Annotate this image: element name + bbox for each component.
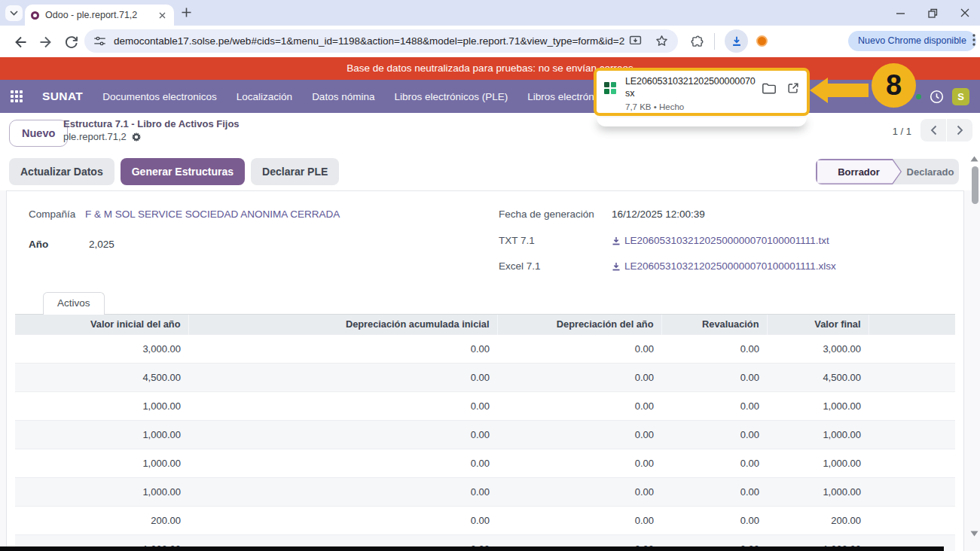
table-cell[interactable]: 0.00 — [497, 363, 661, 391]
table-cell[interactable]: 0.00 — [497, 391, 661, 420]
nav-item-documentos[interactable]: Documentos electronicos — [102, 91, 217, 102]
chrome-update-pill[interactable]: Nuevo Chrome disponible — [848, 31, 976, 51]
table-cell[interactable]: 0.00 — [661, 391, 767, 420]
table-cell[interactable]: 0.00 — [661, 334, 767, 363]
table-cell[interactable]: 4,500.00 — [15, 363, 188, 391]
table-cell[interactable]: 0.00 — [188, 506, 497, 534]
table-cell[interactable]: 0.00 — [188, 477, 497, 506]
table-cell[interactable]: 4,500.00 — [767, 363, 869, 391]
generation-date-value[interactable]: 16/12/2025 12:00:39 — [612, 209, 705, 220]
table-cell[interactable]: 0.00 — [497, 334, 661, 363]
breadcrumb-parent-link[interactable]: Estructura 7.1 - Libro de Activos Fijos — [63, 118, 240, 129]
restore-button[interactable] — [928, 8, 938, 18]
table-cell[interactable]: 3,000.00 — [767, 334, 869, 363]
header-valor-inicial[interactable]: Valor inicial del año — [15, 315, 188, 334]
table-cell[interactable]: 1,000.00 — [767, 477, 869, 506]
header-depreciacion-acumulada[interactable]: Depreciación acumulada inicial — [188, 315, 497, 334]
table-cell[interactable]: 0.00 — [661, 449, 767, 477]
test-database-banner: Base de datos neutralizada para pruebas:… — [0, 57, 980, 80]
nav-item-datos-nomina[interactable]: Datos nómina — [312, 91, 374, 102]
table-cell[interactable]: 1,000.00 — [15, 420, 188, 449]
scrollbar-thumb[interactable] — [972, 166, 978, 204]
new-record-button[interactable]: Nuevo — [9, 120, 68, 147]
header-valor-final[interactable]: Valor final — [767, 315, 869, 334]
close-window-button[interactable] — [960, 8, 969, 17]
table-cell[interactable]: 0.00 — [497, 477, 661, 506]
app-brand[interactable]: SUNAT — [42, 90, 83, 103]
show-in-folder-icon[interactable] — [762, 81, 777, 95]
table-cell[interactable]: 0.00 — [188, 391, 497, 420]
actualizar-datos-button[interactable]: Actualizar Datos — [9, 158, 114, 185]
header-revaluacion[interactable]: Revaluación — [661, 315, 767, 334]
table-row[interactable]: 1,000.000.000.000.001,000.00 — [15, 420, 955, 449]
forward-icon[interactable] — [38, 34, 54, 50]
back-icon[interactable] — [12, 34, 29, 50]
tab-search-button[interactable] — [5, 5, 23, 21]
generar-estructuras-button[interactable]: Generar Estructuras — [121, 158, 245, 185]
txt-download-link[interactable]: LE20605310321202500000070100001111.txt — [612, 235, 829, 246]
table-row[interactable]: 200.000.000.000.00200.00 — [15, 506, 955, 534]
scrollbar-up-icon[interactable] — [970, 156, 978, 162]
nav-item-libros-ple[interactable]: Libros electrónicos (PLE) — [394, 91, 508, 102]
table-cell[interactable]: 0.00 — [661, 420, 767, 449]
table-cell[interactable]: 0.00 — [188, 334, 497, 363]
extensions-icon[interactable] — [690, 35, 704, 49]
activities-clock-icon[interactable] — [930, 90, 944, 104]
company-value-link[interactable]: F & M SOL SERVICE SOCIEDAD ANONIMA CERRA… — [85, 209, 340, 220]
pager-next-icon[interactable] — [947, 119, 972, 142]
header-depreciacion-ano[interactable]: Depreciación del año — [497, 315, 661, 334]
status-declarado[interactable]: Declarado — [902, 159, 959, 184]
tab-activos[interactable]: Activos — [43, 292, 105, 315]
table-cell[interactable]: 1,000.00 — [767, 449, 869, 477]
table-cell[interactable]: 1,000.00 — [15, 477, 188, 506]
table-row[interactable]: 1,000.000.000.000.001,000.00 — [15, 449, 955, 477]
nav-item-localizacion[interactable]: Localización — [237, 91, 292, 102]
install-app-icon[interactable] — [628, 34, 643, 48]
url-bar[interactable]: democontable17.solse.pe/web#cids=1&menu_… — [84, 29, 678, 53]
year-value[interactable]: 2,025 — [89, 239, 114, 250]
table-row[interactable]: 1,000.000.000.000.001,000.00 — [15, 477, 955, 506]
table-cell[interactable]: 1,000.00 — [767, 420, 869, 449]
extension-badge-icon[interactable] — [756, 35, 768, 47]
table-row[interactable]: 4,500.000.000.000.004,500.00 — [15, 363, 955, 391]
table-cell[interactable]: 0.00 — [188, 449, 497, 477]
table-cell[interactable]: 1,000.00 — [767, 391, 869, 420]
site-settings-icon[interactable] — [93, 35, 106, 47]
table-cell[interactable]: 200.00 — [15, 506, 188, 534]
downloads-button[interactable] — [725, 29, 748, 53]
table-cell[interactable]: 0.00 — [497, 449, 661, 477]
bookmark-star-icon[interactable] — [655, 34, 669, 48]
download-bubble[interactable]: LE20605310321202500000070 sx 7,7 KB • He… — [594, 68, 810, 116]
pager-count[interactable]: 1 / 1 — [872, 126, 911, 137]
table-cell[interactable]: 0.00 — [661, 477, 767, 506]
table-cell[interactable]: 0.00 — [497, 506, 661, 534]
apps-grid-icon[interactable] — [11, 90, 23, 102]
table-cell[interactable]: 0.00 — [188, 420, 497, 449]
table-cell[interactable]: 0.00 — [661, 363, 767, 391]
user-avatar[interactable]: S — [952, 88, 969, 105]
minimize-button[interactable] — [896, 8, 905, 18]
table-cell[interactable]: 0.00 — [661, 506, 767, 534]
status-borrador[interactable]: Borrador — [816, 159, 902, 184]
table-cell[interactable]: 200.00 — [767, 506, 869, 534]
tab-close-icon[interactable] — [156, 9, 168, 21]
reload-icon[interactable] — [63, 34, 80, 50]
table-cell[interactable]: 0.00 — [497, 420, 661, 449]
table-cell[interactable]: 1,000.00 — [15, 449, 188, 477]
table-cell[interactable]: 1,000.00 — [15, 391, 188, 420]
url-text[interactable]: democontable17.solse.pe/web#cids=1&menu_… — [114, 35, 628, 47]
new-tab-button[interactable] — [181, 7, 194, 20]
declarar-ple-button[interactable]: Declarar PLE — [251, 158, 339, 185]
open-in-new-icon[interactable] — [786, 81, 800, 95]
table-row[interactable]: 3,000.000.000.000.003,000.00 — [15, 334, 955, 363]
gear-icon[interactable] — [131, 132, 142, 142]
table-cell[interactable]: 0.00 — [188, 363, 497, 391]
pager-previous-icon[interactable] — [920, 119, 946, 142]
table-cell[interactable]: 3,000.00 — [15, 334, 188, 363]
excel-download-link[interactable]: LE20605310321202500000070100001111.xlsx — [612, 260, 836, 272]
scrollbar-down-icon[interactable] — [970, 531, 978, 537]
table-row[interactable]: 1,000.000.000.000.001,000.00 — [15, 391, 955, 420]
table-filler-cell — [869, 334, 955, 363]
browser-tab[interactable]: Odoo - ple.report.71,2 — [25, 5, 174, 26]
browser-menu-icon[interactable] — [972, 34, 975, 46]
